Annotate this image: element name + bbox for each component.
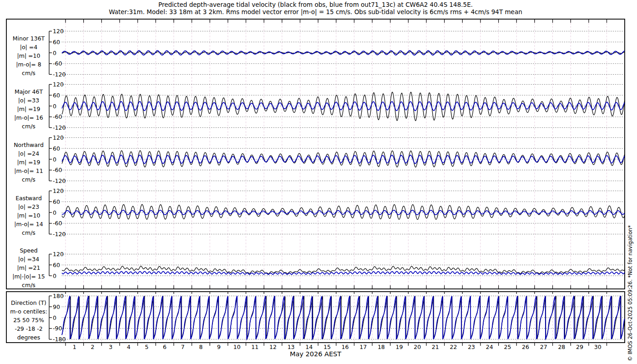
error-stat: |m-o|= 16 <box>7 113 50 122</box>
y-tick-label: 180 <box>53 293 64 299</box>
x-tick-label: 24 <box>486 344 493 350</box>
unit-label: cm/s <box>7 281 50 289</box>
watermark-text: © IMOS 26-Oct-2025 05:09:26. *Not for na… <box>627 225 633 361</box>
panel-name: Speed <box>7 246 50 255</box>
model-stat: |m| =19 <box>7 105 50 113</box>
x-tick-label: 23 <box>468 344 475 350</box>
y-tick-label: 0 <box>53 209 56 216</box>
y-tick-label: -120 <box>53 177 66 184</box>
unit-label: cm/s <box>7 69 50 77</box>
x-tick-label: 22 <box>450 344 457 350</box>
panel-label-northward: Northward |o| =24 |m| =19 |m-o|= 11 cm/s <box>7 141 50 184</box>
obs-stat: |o| =23 <box>7 202 50 211</box>
y-tick-label: -60 <box>53 113 62 120</box>
centiles-pcts: 25 50 75% <box>7 316 50 324</box>
y-tick-label: -60 <box>53 60 62 67</box>
x-tick-label: 2 <box>91 344 94 350</box>
obs-stat: |o| =34 <box>7 255 50 263</box>
x-tick-label: 30 <box>594 344 602 350</box>
y-tick-label: 0 <box>53 103 56 110</box>
error-stat: |m-o|= 11 <box>7 167 50 175</box>
panel-name: Northward <box>7 141 50 149</box>
tidal-velocity-chart: Predicted depth-average tidal velocity (… <box>0 0 637 364</box>
model-stat: |m| =10 <box>7 211 50 220</box>
x-tick-label: 26 <box>522 344 529 350</box>
unit-label: cm/s <box>7 175 50 184</box>
x-tick-label: 3 <box>109 344 112 350</box>
x-tick-label: 5 <box>145 344 148 350</box>
error-stat: |m-o|= 14 <box>7 220 50 228</box>
x-tick-label: 19 <box>396 344 403 350</box>
y-tick-label: -60 <box>53 220 62 227</box>
x-axis-title: May 2026 AEST <box>6 350 625 358</box>
unit-label: cm/s <box>7 122 50 131</box>
unit-label: cm/s <box>7 228 50 237</box>
y-tick-label: 0 <box>53 273 56 279</box>
x-tick-label: 16 <box>342 344 349 350</box>
error-stat: |m-o|= 8 <box>7 60 50 69</box>
error-stat: |m|-|o|= 15 <box>7 272 50 281</box>
x-tick-label: 15 <box>324 344 331 350</box>
y-tick-label: 120 <box>53 28 64 35</box>
x-tick-label: 10 <box>233 344 241 350</box>
x-tick-label: 4 <box>127 344 131 350</box>
x-tick-label: 17 <box>359 344 367 350</box>
panel-label-speed: Speed |o| =34 |m| =21 |m|-|o|= 15 cm/s <box>7 246 50 289</box>
model-stat: |m| =19 <box>7 158 50 167</box>
obs-stat: |o| =33 <box>7 96 50 105</box>
x-tick-label: 21 <box>432 344 439 350</box>
y-tick-label: -180 <box>53 336 66 343</box>
y-tick-label: 120 <box>53 134 64 141</box>
y-tick-label: -60 <box>53 167 62 173</box>
model-stat: |m| =21 <box>7 263 50 272</box>
x-tick-label: 20 <box>414 344 421 350</box>
x-tick-label: 18 <box>378 344 385 350</box>
x-tick-label: 8 <box>199 344 202 350</box>
series-eastward-obs <box>62 204 625 219</box>
y-tick-label: 60 <box>53 39 60 46</box>
panel-label-eastward: Eastward |o| =23 |m| =10 |m-o|= 14 cm/s <box>7 194 50 237</box>
centiles-label: m-o centiles: <box>7 307 50 316</box>
y-tick-label: 0 <box>53 156 56 163</box>
x-tick-label: 27 <box>540 344 547 350</box>
obs-stat: |o| =24 <box>7 149 50 158</box>
y-tick-label: 120 <box>53 187 64 194</box>
panel-label-minor: Minor 136T |o| =4 |m| =10 |m-o|= 8 cm/s <box>7 34 50 77</box>
y-tick-label: 60 <box>53 198 60 205</box>
y-tick-label: 90 <box>53 303 60 310</box>
y-tick-label: 120 <box>53 81 64 88</box>
y-tick-label: 60 <box>53 92 60 99</box>
y-tick-label: 60 <box>53 262 60 268</box>
x-tick-label: 28 <box>558 344 565 350</box>
panel-name: Eastward <box>7 194 50 202</box>
panel-name: Major 46T <box>7 87 50 96</box>
panel-label-major: Major 46T |o| =33 |m| =19 |m-o|= 16 cm/s <box>7 87 50 131</box>
x-tick-label: 11 <box>251 344 258 350</box>
x-tick-label: 1 <box>73 344 76 350</box>
panel-name: Minor 136T <box>7 34 50 43</box>
panel-name: Direction (T) <box>7 298 50 307</box>
y-tick-label: 0 <box>53 314 56 321</box>
x-tick-label: 29 <box>576 344 583 350</box>
y-tick-label: 60 <box>53 145 60 152</box>
y-tick-label: -90 <box>53 325 62 332</box>
y-tick-label: -120 <box>53 71 66 78</box>
x-tick-label: 7 <box>181 344 185 350</box>
series-direction-model <box>62 296 625 339</box>
y-tick-label: 120 <box>53 251 64 258</box>
y-tick-label: -120 <box>53 231 66 238</box>
x-tick-label: 6 <box>163 344 167 350</box>
y-tick-label: -120 <box>53 124 66 131</box>
x-tick-label: 14 <box>305 344 313 350</box>
x-tick-label: 12 <box>269 344 277 350</box>
obs-stat: |o| =4 <box>7 43 50 51</box>
x-tick-label: 25 <box>504 344 511 350</box>
centiles-values: -29 -18 -2 <box>7 324 50 333</box>
model-stat: |m| =10 <box>7 51 50 60</box>
x-tick-label: 9 <box>217 344 221 350</box>
y-tick-label: 0 <box>53 50 56 56</box>
panel-label-direction: Direction (T) m-o centiles: 25 50 75% -2… <box>7 298 50 342</box>
plot-canvas: 120600-60-120120600-60-120120600-60-1201… <box>0 0 637 364</box>
unit-label: degrees <box>7 333 50 342</box>
x-tick-label: 13 <box>288 344 295 350</box>
